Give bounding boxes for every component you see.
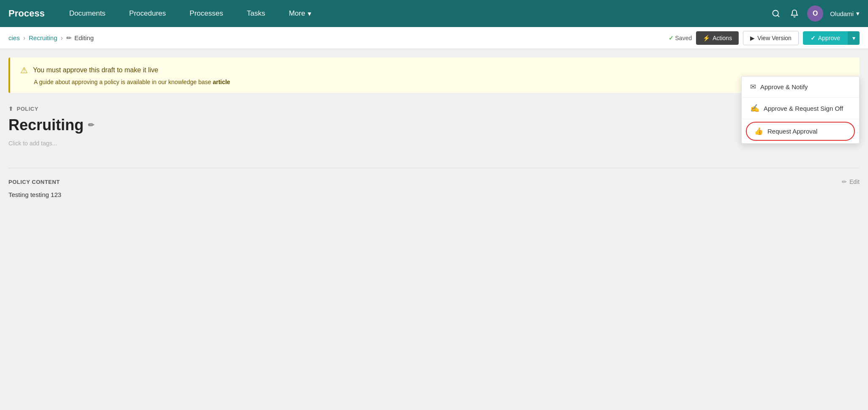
approve-dropdown-toggle[interactable]: ▾ bbox=[848, 31, 860, 45]
edit-pencil-icon: ✏ bbox=[842, 178, 847, 185]
policy-title-row: ⬆ POLICY Recruiting ✏ Click to add tags.… bbox=[8, 106, 860, 147]
warning-title-text: You must approve this draft to make it l… bbox=[33, 66, 158, 74]
search-icon bbox=[772, 9, 780, 18]
view-version-arrow-icon: ▶ bbox=[750, 35, 755, 41]
policy-header-left: ⬆ POLICY Recruiting ✏ Click to add tags.… bbox=[8, 106, 94, 147]
breadcrumb-sep-2: › bbox=[61, 34, 63, 42]
policy-arrow-icon: ⬆ bbox=[8, 106, 14, 112]
breadcrumb-sep-1: › bbox=[23, 34, 25, 42]
lightning-icon: ⚡ bbox=[703, 35, 710, 41]
policy-section: ⬆ POLICY Recruiting ✏ Click to add tags.… bbox=[0, 93, 868, 155]
notifications-button[interactable] bbox=[789, 8, 800, 19]
breadcrumb-policies[interactable]: cies bbox=[8, 34, 20, 41]
view-version-button[interactable]: ▶ View Version bbox=[743, 31, 799, 45]
main-content: ⚠ You must approve this draft to make it… bbox=[0, 57, 868, 208]
top-navigation: Process Documents Procedures Processes T… bbox=[0, 0, 868, 27]
brand-logo: Process bbox=[8, 8, 57, 19]
warning-title: ⚠ You must approve this draft to make it… bbox=[20, 65, 849, 75]
user-chevron-icon: ▾ bbox=[856, 10, 860, 17]
actions-button[interactable]: ⚡ Actions bbox=[696, 31, 739, 45]
view-version-label: View Version bbox=[757, 35, 792, 41]
pencil-icon: ✏ bbox=[66, 34, 72, 42]
breadcrumb-current-label: Editing bbox=[74, 34, 94, 41]
warning-icon: ⚠ bbox=[20, 65, 28, 75]
breadcrumb: cies › Recruiting › ✏ Editing bbox=[8, 34, 669, 42]
saved-label-text: Saved bbox=[675, 35, 692, 41]
policy-title-text: Recruiting bbox=[8, 116, 84, 134]
approve-button[interactable]: ✓ Approve bbox=[803, 31, 848, 45]
dropdown-item-approve-sign-off[interactable]: ✍ Approve & Request Sign Off bbox=[742, 98, 859, 119]
policy-label-text: POLICY bbox=[17, 106, 38, 112]
dropdown-item-approve-notify[interactable]: ✉ Approve & Notify bbox=[742, 77, 859, 98]
nav-link-more[interactable]: More ▾ bbox=[277, 0, 323, 27]
user-menu[interactable]: Oludami ▾ bbox=[830, 10, 860, 17]
thumbsup-icon: 👍 bbox=[754, 127, 763, 136]
breadcrumb-bar: cies › Recruiting › ✏ Editing ✓ Saved ⚡ … bbox=[0, 27, 868, 49]
avatar[interactable]: O bbox=[807, 5, 823, 22]
nav-link-processes[interactable]: Processes bbox=[178, 0, 235, 27]
signature-icon: ✍ bbox=[750, 104, 759, 113]
breadcrumb-current: ✏ Editing bbox=[66, 34, 94, 42]
nav-right: O Oludami ▾ bbox=[770, 5, 868, 22]
approve-check-icon: ✓ bbox=[811, 35, 816, 41]
nav-link-procedures[interactable]: Procedures bbox=[117, 0, 178, 27]
saved-status: ✓ Saved bbox=[669, 35, 692, 41]
more-chevron-icon: ▾ bbox=[308, 9, 311, 18]
svg-line-1 bbox=[778, 15, 779, 17]
approve-button-group: ✓ Approve ▾ bbox=[803, 31, 860, 45]
saved-check-icon: ✓ bbox=[669, 35, 674, 41]
policy-content-section: POLICY CONTENT ✏ Edit Testing testing 12… bbox=[0, 168, 868, 208]
approve-notify-label: Approve & Notify bbox=[760, 83, 808, 90]
approve-sign-off-label: Approve & Request Sign Off bbox=[764, 105, 843, 112]
breadcrumb-actions: ✓ Saved ⚡ Actions ▶ View Version ✓ Appro… bbox=[669, 31, 860, 45]
policy-title-edit-icon[interactable]: ✏ bbox=[88, 120, 94, 130]
nav-link-documents[interactable]: Documents bbox=[57, 0, 117, 27]
request-approval-label: Request Approval bbox=[767, 128, 817, 135]
request-approval-item[interactable]: 👍 Request Approval bbox=[746, 122, 855, 141]
policy-title: Recruiting ✏ bbox=[8, 116, 94, 134]
policy-content-header: POLICY CONTENT ✏ Edit bbox=[8, 178, 860, 185]
bell-nav-icon bbox=[790, 9, 799, 18]
approve-dropdown-menu: ✉ Approve & Notify ✍ Approve & Request S… bbox=[741, 76, 860, 144]
warning-banner: ⚠ You must approve this draft to make it… bbox=[8, 57, 860, 93]
knowledge-base-link[interactable]: article bbox=[213, 79, 230, 85]
search-button[interactable] bbox=[770, 8, 782, 19]
warning-body: A guide about approving a policy is avai… bbox=[20, 79, 849, 85]
breadcrumb-recruiting[interactable]: Recruiting bbox=[29, 34, 57, 41]
actions-label: Actions bbox=[712, 35, 732, 41]
policy-tags[interactable]: Click to add tags... bbox=[8, 140, 94, 147]
approve-label: Approve bbox=[818, 35, 840, 41]
policy-label: ⬆ POLICY bbox=[8, 106, 94, 112]
envelope-icon: ✉ bbox=[750, 82, 756, 91]
more-label: More bbox=[289, 9, 305, 18]
nav-links: Documents Procedures Processes Tasks Mor… bbox=[57, 0, 770, 27]
policy-content-title: POLICY CONTENT bbox=[8, 179, 60, 185]
warning-body-text: A guide about approving a policy is avai… bbox=[34, 79, 211, 85]
dropdown-item-request-approval-wrapper: 👍 Request Approval bbox=[742, 122, 859, 141]
policy-content-edit-button[interactable]: ✏ Edit bbox=[842, 178, 860, 185]
edit-label: Edit bbox=[849, 178, 860, 185]
nav-link-tasks[interactable]: Tasks bbox=[235, 0, 277, 27]
policy-body-text: Testing testing 123 bbox=[8, 191, 860, 198]
username-label: Oludami bbox=[830, 10, 854, 17]
approve-chevron-icon: ▾ bbox=[852, 35, 855, 41]
